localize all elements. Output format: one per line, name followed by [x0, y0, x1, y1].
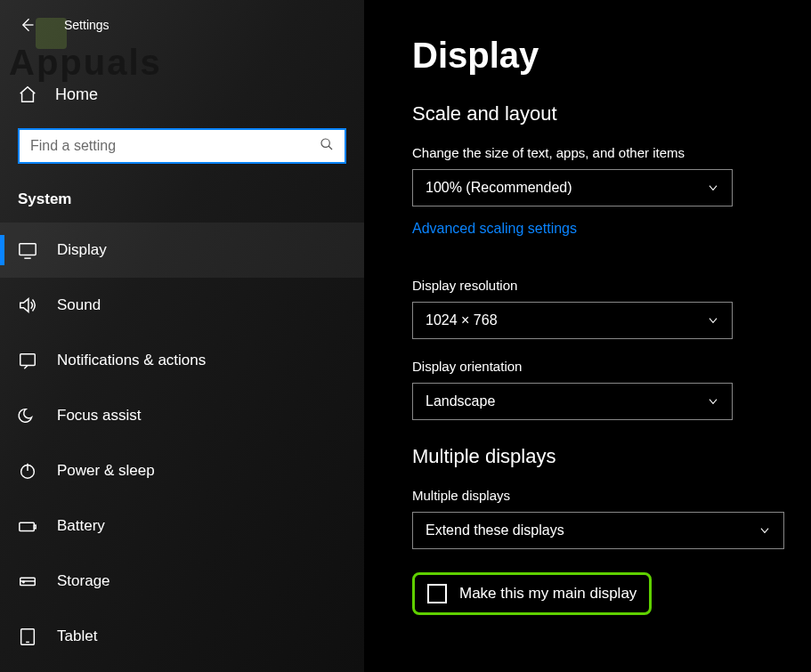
sidebar-item-label: Storage: [57, 572, 110, 590]
content-pane: Display Scale and layout Change the size…: [364, 0, 811, 672]
display-icon: [18, 240, 37, 260]
sidebar-item-sound[interactable]: Sound: [0, 278, 364, 333]
orientation-dropdown[interactable]: Landscape: [412, 383, 733, 420]
orientation-value: Landscape: [426, 393, 495, 409]
sidebar-item-display[interactable]: Display: [0, 223, 364, 278]
power-sleep-icon: [18, 461, 37, 481]
battery-icon: [18, 516, 37, 536]
sidebar-item-label: Sound: [57, 296, 101, 314]
sidebar-item-battery[interactable]: Battery: [0, 498, 364, 554]
scale-layout-heading: Scale and layout: [412, 102, 784, 125]
chevron-down-icon: [707, 182, 719, 194]
section-heading: System: [18, 190, 364, 208]
scale-dropdown[interactable]: 100% (Recommended): [412, 169, 733, 206]
multiple-displays-dropdown[interactable]: Extend these displays: [412, 512, 784, 549]
sidebar-item-label: Battery: [57, 517, 105, 535]
multiple-displays-heading: Multiple displays: [412, 445, 784, 468]
sidebar-item-label: Tablet: [57, 627, 97, 645]
resolution-label: Display resolution: [412, 278, 784, 293]
focus-assist-icon: [18, 406, 37, 425]
nav-list: Display Sound Notifications & actions: [0, 223, 364, 664]
back-button[interactable]: [16, 14, 37, 36]
search-container: [18, 128, 346, 164]
advanced-scaling-link[interactable]: Advanced scaling settings: [412, 221, 577, 237]
home-icon: [18, 85, 37, 104]
sidebar-item-label: Focus assist: [57, 407, 141, 425]
back-arrow-icon: [18, 16, 36, 34]
multiple-displays-value: Extend these displays: [426, 522, 564, 538]
resolution-group: Display resolution 1024 × 768: [412, 278, 784, 339]
orientation-group: Display orientation Landscape: [412, 359, 784, 420]
main-display-checkbox-row[interactable]: Make this my main display: [412, 572, 652, 615]
svg-rect-1: [20, 244, 36, 255]
multiple-displays-label: Multiple displays: [412, 488, 784, 503]
resolution-value: 1024 × 768: [426, 312, 498, 328]
svg-rect-5: [34, 525, 36, 529]
sidebar-item-power-sleep[interactable]: Power & sleep: [0, 443, 364, 498]
page-title: Display: [412, 36, 784, 76]
home-label: Home: [55, 85, 98, 104]
multiple-displays-group: Multiple displays Extend these displays: [412, 488, 784, 549]
sidebar-item-label: Power & sleep: [57, 462, 155, 480]
main-display-checkbox-label: Make this my main display: [459, 585, 637, 603]
scale-value: 100% (Recommended): [426, 180, 572, 196]
orientation-label: Display orientation: [412, 359, 784, 374]
chevron-down-icon: [707, 395, 719, 408]
sidebar-item-label: Display: [57, 241, 107, 259]
sound-icon: [18, 296, 37, 315]
app-title: Settings: [64, 18, 109, 32]
resolution-dropdown[interactable]: 1024 × 768: [412, 302, 733, 339]
scale-group: Change the size of text, apps, and other…: [412, 145, 784, 258]
title-bar: Settings: [0, 7, 364, 43]
scale-label: Change the size of text, apps, and other…: [412, 145, 784, 160]
sidebar-item-storage[interactable]: Storage: [0, 554, 364, 609]
chevron-down-icon: [758, 524, 771, 537]
sidebar-item-tablet[interactable]: Tablet: [0, 609, 364, 664]
storage-icon: [18, 571, 37, 591]
sidebar-item-notifications[interactable]: Notifications & actions: [0, 333, 364, 388]
notifications-icon: [18, 351, 37, 370]
checkbox-box[interactable]: [427, 584, 447, 603]
sidebar-item-focus-assist[interactable]: Focus assist: [0, 388, 364, 443]
sidebar-item-label: Notifications & actions: [57, 352, 206, 369]
settings-sidebar: Appuals Settings Home System: [0, 0, 364, 672]
tablet-icon: [18, 627, 37, 646]
svg-rect-4: [20, 522, 35, 530]
chevron-down-icon: [707, 314, 719, 327]
search-input[interactable]: [18, 128, 346, 164]
svg-rect-2: [20, 354, 36, 366]
home-nav[interactable]: Home: [0, 73, 364, 116]
